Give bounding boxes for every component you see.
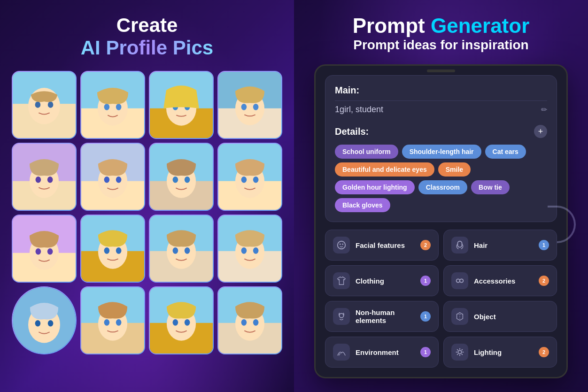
grid-cell[interactable] [12,215,77,283]
grid-cell[interactable] [217,143,282,211]
category-clothing[interactable]: Clothing 1 [325,265,439,296]
accessories-badge: 2 [539,276,549,286]
svg-point-43 [36,248,41,255]
lighting-badge: 2 [539,347,549,357]
svg-point-33 [173,177,178,183]
grid-cell[interactable] [80,143,145,211]
svg-point-39 [253,177,259,183]
svg-point-84 [460,279,463,282]
left-panel: Create AI Profile Pics [0,0,294,392]
svg-line-91 [457,349,458,350]
svg-point-28 [104,177,110,183]
grid-cell[interactable] [149,215,214,283]
svg-point-49 [116,247,122,254]
category-grid: Facial features 2 Hair 1 [325,230,557,368]
tags-container: School uniform Shoulder-length hair Cat … [335,145,547,212]
grid-cell[interactable] [149,286,214,354]
svg-point-73 [185,319,190,326]
title-prompt: Prompt [353,14,425,37]
svg-point-44 [47,248,53,255]
svg-rect-82 [457,241,462,247]
svg-point-29 [116,177,122,183]
hair-icon [451,237,468,254]
svg-point-62 [35,320,41,327]
tag-beautiful-eyes[interactable]: Beautiful and delicate eyes [335,162,434,177]
tag-school-uniform[interactable]: School uniform [335,145,398,159]
svg-point-48 [104,247,110,254]
environment-label: Environment [356,348,415,356]
category-non-human[interactable]: Non-human elements 1 [325,301,439,332]
grid-cell[interactable] [12,71,77,139]
svg-point-77 [241,319,247,326]
left-title-create: Create [81,14,213,37]
svg-point-67 [104,319,110,326]
grid-cell[interactable] [80,286,145,354]
grid-cell-circle[interactable] [12,286,77,354]
svg-point-68 [116,319,122,326]
grid-cell[interactable] [217,215,282,283]
non-human-icon [333,308,350,325]
svg-point-54 [185,247,190,254]
grid-cell[interactable] [149,71,214,139]
svg-point-63 [48,320,54,327]
svg-point-23 [36,177,41,183]
prompt-card: Main: 1girl, student ✏ Details: + School… [325,75,557,222]
svg-point-19 [253,104,259,110]
clothing-label: Clothing [356,277,415,285]
tag-golden-hour[interactable]: Golden hour lighting [335,180,415,194]
tag-classroom[interactable]: Classroom [418,180,467,194]
category-environment[interactable]: Environment 1 [325,337,439,368]
category-hair[interactable]: Hair 1 [443,230,557,261]
hair-label: Hair [474,241,533,249]
svg-point-3 [35,101,41,108]
facial-icon [333,237,350,254]
svg-point-38 [241,177,247,183]
category-lighting[interactable]: Lighting 2 [443,337,557,368]
accessories-icon [451,272,468,289]
category-accessories[interactable]: Accessories 2 [443,265,557,296]
tablet-device: Main: 1girl, student ✏ Details: + School… [314,64,568,378]
svg-point-80 [340,244,341,245]
edit-icon[interactable]: ✏ [541,105,547,114]
svg-line-92 [462,354,463,355]
svg-point-72 [173,319,178,326]
left-title-sub: AI Profile Pics [81,37,213,59]
category-facial-features[interactable]: Facial features 2 [325,230,439,261]
main-value-row: 1girl, student ✏ [335,100,547,118]
svg-point-4 [48,101,54,108]
svg-point-79 [338,241,346,249]
tag-smile[interactable]: Smile [438,162,471,177]
main-value-text: 1girl, student [335,105,383,115]
lighting-icon [451,344,468,361]
category-object[interactable]: Object [443,301,557,332]
svg-point-86 [458,350,461,354]
left-title: Create AI Profile Pics [81,14,213,59]
svg-point-34 [185,177,190,183]
right-title: Prompt Generator Prompt ideas for inspir… [353,14,530,53]
right-panel: Prompt Generator Prompt ideas for inspir… [294,0,588,392]
clothing-badge: 1 [420,276,431,286]
non-human-label: Non-human elements [356,308,415,324]
grid-cell[interactable] [149,143,214,211]
grid-cell[interactable] [80,71,145,139]
hair-badge: 1 [539,240,549,250]
grid-cell[interactable] [80,215,145,283]
grid-cell[interactable] [217,71,282,139]
accessories-label: Accessories [474,277,533,285]
svg-point-59 [253,247,259,254]
tag-black-gloves[interactable]: Black gloves [335,198,390,212]
add-detail-button[interactable]: + [534,125,547,138]
tag-cat-ears[interactable]: Cat ears [485,145,526,159]
grid-cell[interactable] [217,286,282,354]
details-label: Details: [335,126,369,137]
grid-cell[interactable] [12,143,77,211]
svg-point-24 [47,177,53,183]
tag-shoulder-hair[interactable]: Shoulder-length hair [402,145,481,159]
title-subtitle: Prompt ideas for inspiration [353,38,530,53]
facial-badge: 2 [420,240,431,250]
svg-point-78 [253,319,259,326]
tag-bow-tie[interactable]: Bow tie [471,180,510,194]
image-grid [12,71,282,354]
svg-point-9 [116,104,122,110]
svg-line-94 [457,354,458,355]
